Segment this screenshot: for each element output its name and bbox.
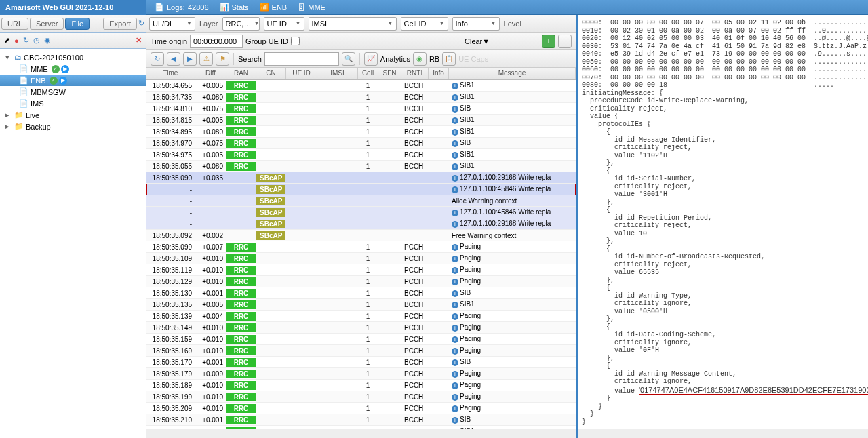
table-row[interactable]: 18:50:34.815+0.005RRC1BCCHiSIB1 xyxy=(146,115,576,126)
header-sfn[interactable]: SFN xyxy=(378,68,401,79)
table-row[interactable]: -SBcAPi127.0.1.100:45846 Write repla xyxy=(146,184,576,195)
clear-combo[interactable]: Clear▼ xyxy=(465,37,539,45)
time-origin-input[interactable] xyxy=(190,35,243,48)
header-cell[interactable]: Cell xyxy=(358,68,378,79)
prev-button[interactable]: ◀ xyxy=(167,52,180,66)
table-row[interactable]: 18:50:35.139+0.004RRC1PCCHiPaging xyxy=(146,311,576,322)
flag-button[interactable]: ⚑ xyxy=(216,52,229,66)
tree-item-mbmsgw[interactable]: 📄MBMSGW xyxy=(0,86,146,98)
add-button[interactable]: + xyxy=(542,35,555,48)
expand-icon[interactable]: ▸ xyxy=(5,122,12,131)
table-row[interactable]: -SBcAPi127.0.1.100:29168 Write repla xyxy=(146,218,576,230)
cellid-combo[interactable]: Cell ID▼ xyxy=(401,17,448,31)
table-row[interactable]: 18:50:35.149+0.010RRC1PCCHiPaging xyxy=(146,322,576,334)
table-row[interactable]: 18:50:35.109+0.010RRC1PCCHiPaging xyxy=(146,253,576,264)
tree-backup[interactable]: ▸ 📁 Backup xyxy=(0,121,146,132)
table-row[interactable]: 18:50:34.975+0.005RRC1BCCHiSIB1 xyxy=(146,149,576,161)
hscrollbar[interactable] xyxy=(146,429,576,438)
header-imsi[interactable]: IMSI xyxy=(317,68,358,79)
doc-icon: 📄 xyxy=(19,64,28,73)
table-row[interactable]: 18:50:35.209+0.010RRC1PCCHiPaging xyxy=(146,403,576,414)
table-row[interactable]: 18:50:35.179+0.009RRC1PCCHiPaging xyxy=(146,368,576,380)
rb-icon[interactable]: ◉ xyxy=(413,52,427,66)
logs-tab[interactable]: 📄 Logs: 42806 xyxy=(149,0,214,14)
enb-icon: 📶 xyxy=(260,3,269,12)
imsi-combo[interactable]: IMSI▼ xyxy=(309,17,397,31)
url-tab[interactable]: URL xyxy=(1,18,28,30)
clock-icon[interactable]: ◷ xyxy=(33,36,40,45)
info-combo[interactable]: Info▼ xyxy=(452,17,500,31)
expand-icon[interactable]: ▾ xyxy=(5,53,12,62)
group-ueid-checkbox[interactable] xyxy=(291,37,300,45)
table-row[interactable]: -SBcAPAlloc Warning context xyxy=(146,195,576,207)
header-ueid[interactable]: UE ID xyxy=(286,68,317,79)
header-diff[interactable]: Diff xyxy=(195,68,226,79)
log-panel: UL/DL▼ Layer RRC,…▼ UE ID▼ IMSI▼ Cell ID… xyxy=(146,15,578,438)
reload-icon[interactable]: ↻ xyxy=(23,36,29,45)
close-icon[interactable]: ✕ xyxy=(136,36,142,45)
stop-icon[interactable]: ● xyxy=(14,37,19,45)
table-row[interactable]: 18:50:35.189+0.010RRC1PCCHiPaging xyxy=(146,380,576,391)
header-info[interactable]: Info xyxy=(429,68,449,79)
analytics-label[interactable]: Analytics xyxy=(380,55,410,63)
tree-item-mme[interactable]: 📄MME✓▶ xyxy=(0,63,146,75)
refresh-icon[interactable]: ↻ xyxy=(138,19,144,28)
binoculars-icon[interactable]: 🔍 xyxy=(342,52,355,66)
table-row[interactable]: 18:50:35.090+0.035SBcAPi127.0.1.100:2916… xyxy=(146,172,576,184)
ueid-combo[interactable]: UE ID▼ xyxy=(264,17,304,31)
details-content[interactable]: 0000: 00 00 00 80 00 00 00 07 00 05 00 0… xyxy=(578,15,868,429)
gauge-icon[interactable]: ◉ xyxy=(44,36,51,45)
table-row[interactable]: 18:50:35.170+0.001RRC1BCCHiSIB xyxy=(146,357,576,368)
status-blue-icon: ▶ xyxy=(59,77,67,85)
header-time[interactable]: Time xyxy=(146,68,195,79)
stats-tab[interactable]: 📊 Stats xyxy=(214,0,254,14)
enb-tab[interactable]: 📶 ENB xyxy=(254,0,293,14)
table-row[interactable]: 18:50:34.970+0.075RRC1BCCHiSIB xyxy=(146,138,576,149)
export-button[interactable]: Export xyxy=(103,18,137,30)
tree-root[interactable]: ▾ 🗂 CBC-2021050100 xyxy=(0,52,146,63)
table-row[interactable]: 18:50:35.129+0.010RRC1PCCHiPaging xyxy=(146,276,576,287)
table-row[interactable]: 18:50:35.135+0.005RRC1BCCHiSIB1 xyxy=(146,299,576,311)
table-row[interactable]: 18:50:35.099+0.007RRC1PCCHiPaging xyxy=(146,241,576,253)
header-rnti[interactable]: RNTI xyxy=(401,68,429,79)
server-tab[interactable]: Server xyxy=(30,18,64,30)
table-row[interactable]: 18:50:35.169+0.010RRC1PCCHiPaging xyxy=(146,345,576,357)
table-row[interactable]: 18:50:34.655+0.005RRC1BCCHiSIB1 xyxy=(146,80,576,92)
tree-live[interactable]: ▸ 📁 Live xyxy=(0,109,146,121)
header-cn[interactable]: CN xyxy=(256,68,286,79)
table-row[interactable]: 18:50:35.119+0.010RRC1PCCHiPaging xyxy=(146,264,576,276)
table-row[interactable]: 18:50:35.130+0.001RRC1BCCHiSIB xyxy=(146,287,576,299)
layer-combo[interactable]: RRC,…▼ xyxy=(222,17,260,31)
header-ran[interactable]: RAN xyxy=(226,68,256,79)
rb-label[interactable]: RB xyxy=(429,55,439,63)
status-green-icon: ✓ xyxy=(52,65,60,73)
header-message[interactable]: Message xyxy=(449,68,576,79)
mme-tab[interactable]: 🗄 MME xyxy=(292,0,331,14)
tree-item-enb[interactable]: 📄ENB✓▶ xyxy=(0,75,146,86)
table-row[interactable]: 18:50:35.055+0.080RRC1BCCHiSIB1 xyxy=(146,161,576,172)
table-row[interactable]: 18:50:35.199+0.010RRC1PCCHiPaging xyxy=(146,391,576,403)
details-hscrollbar[interactable] xyxy=(578,429,868,438)
warning-button[interactable]: ⚠ xyxy=(199,52,213,66)
table-row[interactable]: 18:50:35.092+0.002SBcAPFree Warning cont… xyxy=(146,230,576,241)
next-button[interactable]: ▶ xyxy=(183,52,197,66)
info-icon: i xyxy=(452,94,458,101)
cursor-icon[interactable]: ⬈ xyxy=(4,36,10,45)
file-tab[interactable]: File xyxy=(65,18,90,30)
table-row[interactable]: -SBcAPi127.0.1.100:45846 Write repla xyxy=(146,207,576,218)
uldl-combo[interactable]: UL/DL▼ xyxy=(149,17,195,31)
table-row[interactable]: 18:50:35.215+0.005RRC1BCCHiSIB1 xyxy=(146,426,576,429)
log-table: Time Diff RAN CN UE ID IMSI Cell SFN RNT… xyxy=(146,68,576,429)
table-row[interactable]: 18:50:34.735+0.080RRC1BCCHiSIB1 xyxy=(146,92,576,103)
table-row[interactable]: 18:50:35.159+0.010RRC1PCCHiPaging xyxy=(146,334,576,345)
table-row[interactable]: 18:50:34.810+0.075RRC1BCCHiSIB xyxy=(146,103,576,115)
table-row[interactable]: 18:50:35.210+0.001RRC1BCCHiSIB xyxy=(146,414,576,426)
search-input[interactable] xyxy=(264,52,339,66)
expand-icon[interactable]: ▸ xyxy=(5,111,12,119)
remove-button[interactable]: − xyxy=(558,35,572,48)
chart-button[interactable]: 📈 xyxy=(364,52,378,66)
refresh-button[interactable]: ↻ xyxy=(151,52,164,66)
tree-item-ims[interactable]: 📄IMS xyxy=(0,98,146,109)
table-row[interactable]: 18:50:34.895+0.080RRC1BCCHiSIB1 xyxy=(146,126,576,138)
uecaps-label: UE Caps xyxy=(458,55,488,63)
